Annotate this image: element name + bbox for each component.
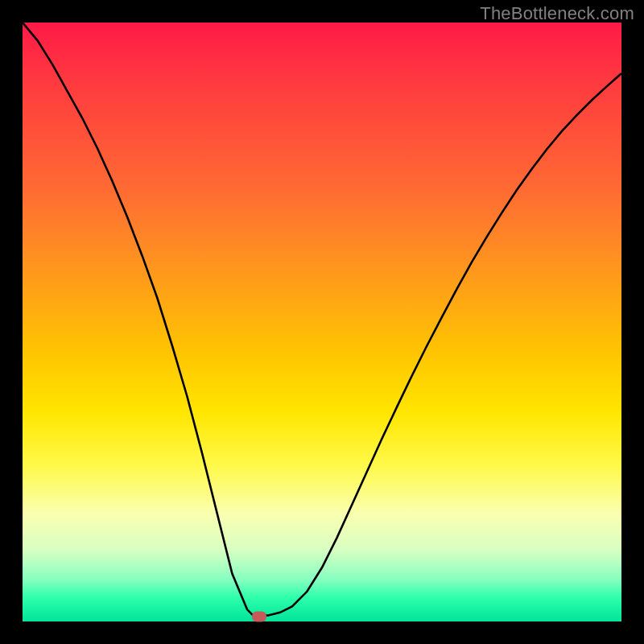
optimal-point-marker (252, 612, 266, 622)
curve-path (23, 23, 621, 616)
plot-area (23, 23, 621, 621)
bottleneck-curve (23, 23, 621, 621)
chart-frame: TheBottleneck.com (0, 0, 644, 644)
watermark-text: TheBottleneck.com (480, 3, 634, 24)
